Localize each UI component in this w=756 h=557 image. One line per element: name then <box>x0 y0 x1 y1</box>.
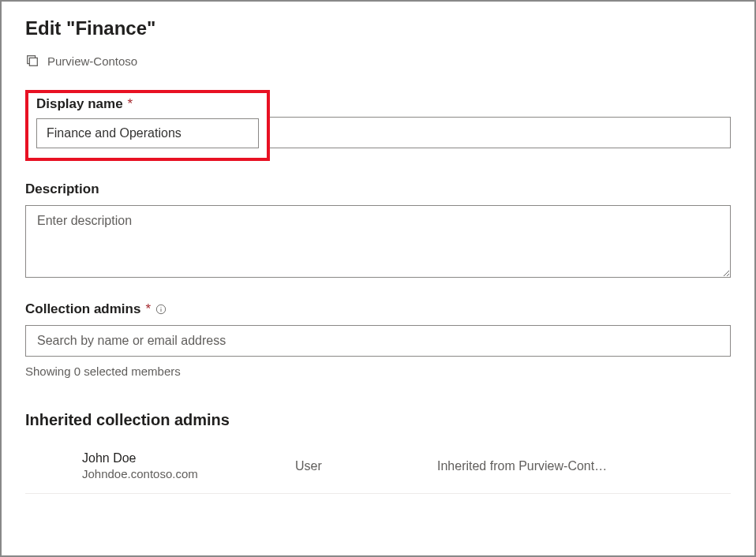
collection-icon <box>25 54 39 68</box>
display-name-input[interactable] <box>36 118 259 148</box>
inherited-admin-name: John Doe <box>82 451 295 465</box>
info-icon[interactable] <box>155 304 167 315</box>
inherited-admins-heading: Inherited collection admins <box>25 411 731 429</box>
svg-point-4 <box>161 307 162 308</box>
required-indicator: * <box>145 301 151 317</box>
required-indicator: * <box>128 96 133 112</box>
display-name-field: Display name * <box>25 90 731 161</box>
page-title: Edit "Finance" <box>25 17 731 39</box>
display-name-label: Display name * <box>36 96 259 112</box>
selected-members-count: Showing 0 selected members <box>25 364 731 378</box>
inherited-admin-row: John Doe Johndoe.contoso.com User Inheri… <box>25 445 731 494</box>
inherited-admin-type: User <box>295 459 437 473</box>
description-field: Description <box>25 181 731 281</box>
inherited-admin-email: Johndoe.contoso.com <box>82 467 295 480</box>
breadcrumb: Purview-Contoso <box>25 54 731 68</box>
breadcrumb-parent: Purview-Contoso <box>47 54 137 68</box>
display-name-highlight: Display name * <box>25 90 270 161</box>
svg-rect-1 <box>29 58 37 65</box>
collection-admins-search-input[interactable] <box>25 325 731 357</box>
description-input[interactable] <box>25 205 731 278</box>
description-label: Description <box>25 181 731 197</box>
collection-admins-field: Collection admins * Showing 0 selected m… <box>25 301 731 378</box>
collection-admins-label: Collection admins * <box>25 301 731 317</box>
inherited-admin-source: Inherited from Purview-Cont… <box>437 459 607 473</box>
